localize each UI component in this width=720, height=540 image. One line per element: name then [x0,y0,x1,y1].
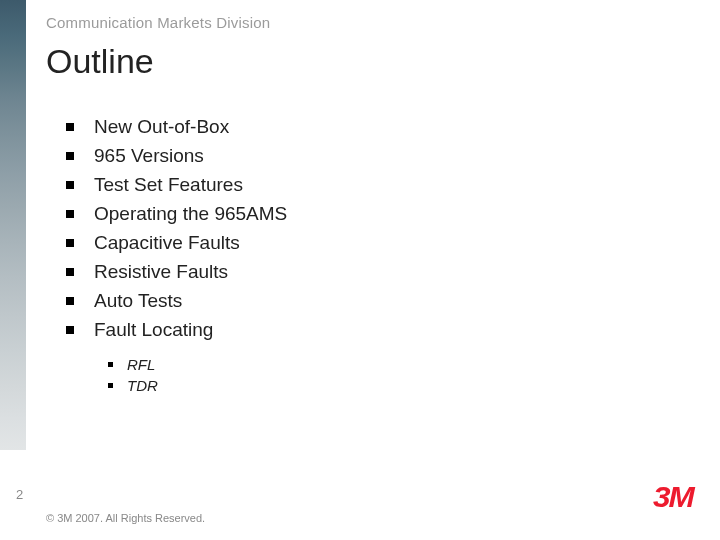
list-item-label: Operating the 965AMS [94,203,287,225]
list-item: Fault Locating [66,319,287,341]
division-label: Communication Markets Division [46,14,270,31]
list-item: Operating the 965AMS [66,203,287,225]
logo-3m: 3M [653,480,693,514]
main-bullet-list: New Out-of-Box 965 Versions Test Set Fea… [66,116,287,348]
list-item-label: Capacitive Faults [94,232,240,254]
square-bullet-icon [66,181,74,189]
list-item: Resistive Faults [66,261,287,283]
square-bullet-icon [66,152,74,160]
list-item-label: 965 Versions [94,145,204,167]
list-item-label: Fault Locating [94,319,213,341]
slide: Communication Markets Division Outline N… [0,0,720,540]
square-bullet-icon [66,297,74,305]
list-item: Capacitive Faults [66,232,287,254]
list-item-label: RFL [127,356,155,373]
list-item-label: New Out-of-Box [94,116,229,138]
square-bullet-icon [66,268,74,276]
square-bullet-icon [66,239,74,247]
copyright-text: © 3M 2007. All Rights Reserved. [46,512,205,524]
square-bullet-icon [108,362,113,367]
sub-bullet-list: RFL TDR [108,356,158,398]
list-item-label: TDR [127,377,158,394]
page-number: 2 [16,487,23,502]
list-item: RFL [108,356,158,373]
square-bullet-icon [66,123,74,131]
list-item: Auto Tests [66,290,287,312]
square-bullet-icon [66,210,74,218]
list-item-label: Test Set Features [94,174,243,196]
square-bullet-icon [66,326,74,334]
list-item-label: Auto Tests [94,290,182,312]
list-item: 965 Versions [66,145,287,167]
page-title: Outline [46,42,154,81]
sidebar-decorative-image [0,0,26,450]
square-bullet-icon [108,383,113,388]
list-item: Test Set Features [66,174,287,196]
list-item-label: Resistive Faults [94,261,228,283]
list-item: TDR [108,377,158,394]
list-item: New Out-of-Box [66,116,287,138]
